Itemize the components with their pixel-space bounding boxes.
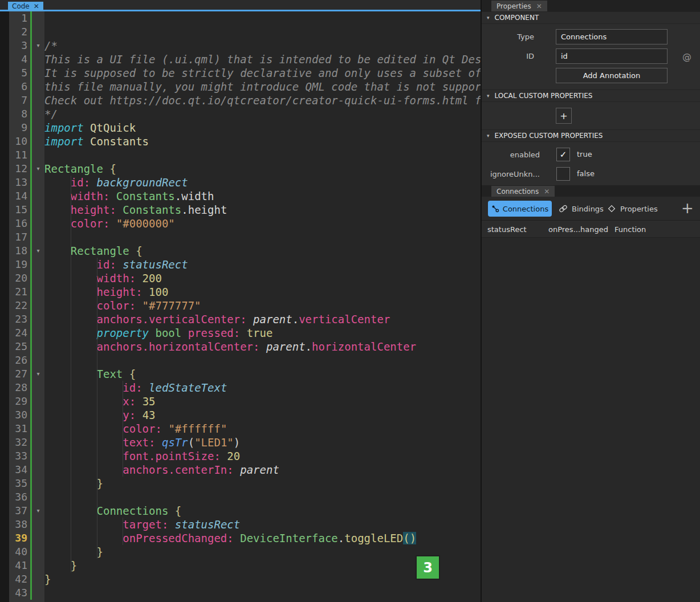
section-component[interactable]: ▾ COMPONENT bbox=[482, 11, 700, 24]
code-line[interactable] bbox=[44, 490, 481, 504]
code-line[interactable]: target: statusRect bbox=[44, 518, 481, 531]
line-number[interactable]: 10 bbox=[9, 135, 30, 148]
connection-row[interactable]: statusRectonPres...hangedFunction bbox=[482, 221, 700, 238]
close-icon[interactable]: ✕ bbox=[544, 188, 550, 196]
checkbox-checked[interactable]: ✓ bbox=[556, 148, 570, 161]
code-line[interactable]: Text { bbox=[44, 367, 481, 381]
add-connection-button[interactable]: + bbox=[679, 200, 696, 217]
line-number[interactable]: 23 bbox=[9, 312, 30, 326]
code-line[interactable] bbox=[44, 586, 481, 600]
line-number[interactable]: 12 bbox=[9, 162, 30, 176]
line-number[interactable]: 8 bbox=[9, 107, 30, 121]
code-line[interactable]: color: "#000000" bbox=[44, 217, 481, 230]
toolbar-tab-properties[interactable]: Properties bbox=[607, 201, 658, 217]
code-line[interactable]: height: Constants.height bbox=[44, 203, 481, 217]
code-line[interactable]: Connections { bbox=[44, 504, 481, 518]
add-property-button[interactable]: + bbox=[556, 108, 572, 124]
code-line[interactable]: import QtQuick bbox=[44, 121, 481, 135]
fold-marker-icon[interactable]: ▾ bbox=[32, 244, 44, 258]
line-number[interactable]: 43 bbox=[9, 586, 30, 600]
line-number[interactable]: 15 bbox=[9, 203, 30, 217]
code-line[interactable] bbox=[44, 11, 481, 25]
code-line[interactable]: } bbox=[44, 477, 481, 490]
line-number[interactable]: 6 bbox=[9, 80, 30, 93]
line-number[interactable]: 17 bbox=[9, 230, 30, 244]
line-number[interactable]: 41 bbox=[9, 559, 30, 572]
connections-empty-area[interactable] bbox=[482, 238, 700, 602]
tab-properties[interactable]: Properties ✕ bbox=[491, 1, 547, 12]
code-line[interactable] bbox=[44, 353, 481, 367]
line-number[interactable]: 27 bbox=[9, 367, 30, 381]
line-number[interactable]: 30 bbox=[9, 408, 30, 422]
tab-connections[interactable]: Connections ✕ bbox=[491, 186, 555, 197]
code-line[interactable]: Rectangle { bbox=[44, 244, 481, 258]
line-number[interactable]: 24 bbox=[9, 326, 30, 340]
annotation-badge[interactable]: 3 bbox=[416, 555, 440, 580]
code-line[interactable]: color: "#777777" bbox=[44, 299, 481, 312]
section-local-custom-properties[interactable]: ▾ LOCAL CUSTOM PROPERTIES bbox=[482, 90, 700, 102]
line-number[interactable]: 2 bbox=[9, 25, 30, 39]
line-number[interactable]: 36 bbox=[9, 490, 30, 504]
id-field[interactable]: id bbox=[556, 48, 668, 64]
line-number[interactable]: 4 bbox=[9, 52, 30, 66]
fold-marker-icon[interactable]: ▾ bbox=[32, 367, 44, 381]
close-icon[interactable]: ✕ bbox=[34, 2, 39, 10]
code-line[interactable]: */ bbox=[44, 107, 481, 121]
line-number[interactable]: 34 bbox=[9, 463, 30, 477]
code-line[interactable] bbox=[44, 25, 481, 39]
code-line[interactable]: width: 200 bbox=[44, 271, 481, 285]
line-number[interactable]: 18 bbox=[9, 244, 30, 258]
close-icon[interactable]: ✕ bbox=[536, 2, 542, 10]
code-line[interactable]: /* bbox=[44, 39, 481, 52]
toolbar-tab-connections[interactable]: Connections bbox=[488, 201, 552, 217]
code-line[interactable]: anchors.centerIn: parent bbox=[44, 463, 481, 477]
line-number[interactable]: 21 bbox=[9, 285, 30, 299]
line-number[interactable]: 19 bbox=[9, 258, 30, 271]
line-number[interactable]: 33 bbox=[9, 449, 30, 463]
code-line[interactable]: font.pointSize: 20 bbox=[44, 449, 481, 463]
line-number[interactable]: 42 bbox=[9, 572, 30, 586]
code-line[interactable]: import Constants bbox=[44, 135, 481, 148]
line-number-gutter[interactable]: 1234567891011121314151617181920212223242… bbox=[9, 11, 30, 600]
line-number[interactable]: 26 bbox=[9, 353, 30, 367]
code-fold-column[interactable]: ▾▾▾▾▾ bbox=[32, 11, 44, 600]
code-area[interactable]: /*This is a UI file (.ui.qml) that is in… bbox=[44, 11, 481, 602]
alias-at-icon[interactable]: @ bbox=[682, 51, 691, 62]
fold-marker-icon[interactable]: ▾ bbox=[32, 504, 44, 518]
line-number[interactable]: 1 bbox=[9, 11, 30, 25]
code-line[interactable]: anchors.verticalCenter: parent.verticalC… bbox=[44, 312, 481, 326]
line-number[interactable]: 40 bbox=[9, 545, 30, 559]
chevron-down-icon[interactable]: ▾ bbox=[487, 15, 490, 21]
line-number[interactable]: 37 bbox=[9, 504, 30, 518]
line-number[interactable]: 39 bbox=[9, 531, 30, 545]
fold-marker-icon[interactable]: ▾ bbox=[32, 162, 44, 176]
code-line[interactable]: Rectangle { bbox=[44, 162, 481, 176]
line-number[interactable]: 11 bbox=[9, 148, 30, 162]
code-line[interactable] bbox=[44, 148, 481, 162]
code-line[interactable]: width: Constants.width bbox=[44, 189, 481, 203]
checkbox-unchecked[interactable] bbox=[556, 167, 570, 181]
line-number[interactable]: 28 bbox=[9, 381, 30, 394]
code-line[interactable]: y: 43 bbox=[44, 408, 481, 422]
line-number[interactable]: 3 bbox=[9, 39, 30, 52]
code-line[interactable]: id: statusRect bbox=[44, 258, 481, 271]
editor-body[interactable]: 1234567891011121314151617181920212223242… bbox=[0, 11, 481, 602]
line-number[interactable]: 16 bbox=[9, 217, 30, 230]
line-number[interactable]: 5 bbox=[9, 66, 30, 80]
code-line[interactable]: height: 100 bbox=[44, 285, 481, 299]
line-number[interactable]: 20 bbox=[9, 271, 30, 285]
code-line[interactable] bbox=[44, 230, 481, 244]
line-number[interactable]: 14 bbox=[9, 189, 30, 203]
code-line[interactable]: this file manually, you might introduce … bbox=[44, 80, 481, 93]
add-annotation-button[interactable]: Add Annotation bbox=[556, 68, 668, 83]
code-line[interactable]: It is supposed to be strictly declarativ… bbox=[44, 66, 481, 80]
code-line[interactable]: Check out https://doc.qt.io/qtcreator/cr… bbox=[44, 93, 481, 107]
type-field[interactable]: Connections bbox=[556, 29, 668, 44]
code-line[interactable]: anchors.horizontalCenter: parent.horizon… bbox=[44, 340, 481, 353]
line-number[interactable]: 29 bbox=[9, 394, 30, 408]
tab-code[interactable]: Code ✕ bbox=[8, 2, 43, 11]
fold-marker-icon[interactable]: ▾ bbox=[32, 39, 44, 52]
line-number[interactable]: 31 bbox=[9, 422, 30, 436]
line-number[interactable]: 7 bbox=[9, 93, 30, 107]
code-line[interactable]: property bool pressed: true bbox=[44, 326, 481, 340]
